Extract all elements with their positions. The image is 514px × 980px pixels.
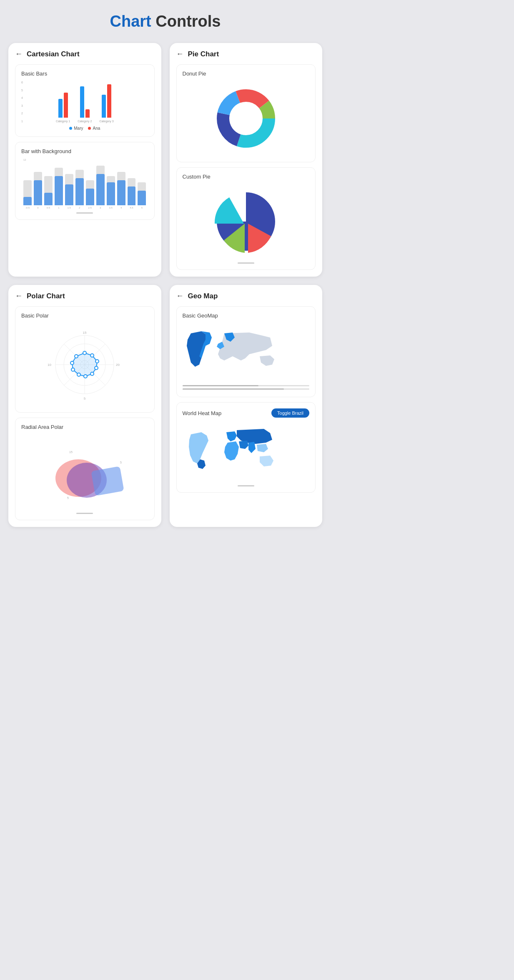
polar-back-arrow[interactable]: ← bbox=[15, 292, 23, 300]
geomap-slider-fill2 bbox=[183, 388, 284, 390]
pie-title: Pie Chart bbox=[188, 50, 219, 58]
svg-text:5: 5 bbox=[67, 496, 69, 499]
svg-point-15 bbox=[71, 368, 75, 371]
legend-mary: Mary bbox=[69, 126, 83, 131]
donut-hole bbox=[230, 103, 262, 134]
cartesian-back-arrow[interactable]: ← bbox=[15, 50, 23, 58]
radial-blue-rect bbox=[91, 466, 124, 496]
world-heat-header: World Heat Map Toggle Brazil bbox=[183, 408, 310, 418]
scroll-indicator-polar bbox=[76, 513, 93, 514]
basic-bars-chart: 654321 Category 1 Ca bbox=[21, 81, 148, 131]
bar-mary-1 bbox=[58, 99, 63, 118]
bar-ana-1 bbox=[64, 93, 68, 118]
scroll-indicator-cartesian bbox=[76, 212, 93, 214]
basic-geomap-title: Basic GeoMap bbox=[183, 312, 310, 319]
bar-background-title: Bar with Background bbox=[21, 148, 148, 154]
bar-label-3: Category 3 bbox=[99, 120, 113, 123]
bg-bar-12 bbox=[138, 191, 146, 205]
polar-title: Polar Chart bbox=[27, 292, 65, 300]
geomap-header: ← Geo Map bbox=[176, 292, 316, 300]
basic-polar-card: Basic Polar bbox=[15, 306, 155, 413]
bar-mary-3 bbox=[102, 95, 106, 118]
bar-ana-3 bbox=[107, 84, 111, 118]
custom-pie-chart bbox=[183, 184, 310, 259]
bg-bar-5 bbox=[65, 184, 73, 205]
world-heatmap-chart bbox=[183, 422, 310, 482]
legend-dot-mary bbox=[69, 127, 72, 130]
svg-point-12 bbox=[90, 372, 94, 375]
bg-front-11 bbox=[128, 186, 136, 205]
polar-panel: ← Polar Chart Basic Polar bbox=[8, 285, 161, 527]
pie-back-arrow[interactable]: ← bbox=[176, 50, 184, 58]
bg-bar-1 bbox=[23, 197, 32, 205]
bg-front-8 bbox=[96, 174, 105, 205]
bg-front-7 bbox=[86, 189, 94, 205]
bg-front-9 bbox=[107, 182, 115, 205]
svg-point-10 bbox=[95, 360, 99, 363]
basic-polar-title: Basic Polar bbox=[21, 312, 148, 319]
custom-pie-svg bbox=[213, 188, 279, 255]
legend-label-mary: Mary bbox=[74, 126, 83, 131]
bar-bg-chart bbox=[21, 159, 148, 205]
radial-area-card: Radial Area Polar 15 5 5 bbox=[15, 418, 155, 520]
geomap-slider-fill1 bbox=[183, 385, 259, 386]
basic-geomap-card: Basic GeoMap bbox=[176, 306, 316, 397]
svg-point-9 bbox=[90, 354, 94, 357]
geomap-back-arrow[interactable]: ← bbox=[176, 292, 184, 300]
geomap-slider-track2 bbox=[183, 388, 310, 390]
bar-group-1: Category 1 bbox=[56, 93, 70, 123]
bg-bar-4 bbox=[55, 176, 63, 205]
world-heatmap-title: World Heat Map bbox=[183, 410, 222, 416]
bar-legend: Mary Ana bbox=[69, 126, 100, 131]
basic-polar-chart: 15 20 5 10 bbox=[21, 323, 148, 406]
cartesian-panel: ← Cartesian Chart Basic Bars 654321 Cate… bbox=[8, 43, 161, 277]
geomap-slider-area bbox=[183, 385, 310, 386]
polar-svg: 15 20 5 10 bbox=[39, 327, 130, 402]
bg-bar-9 bbox=[107, 182, 115, 205]
donut-svg bbox=[213, 85, 279, 152]
scroll-indicator-geomap bbox=[238, 485, 254, 486]
svg-text:15: 15 bbox=[83, 331, 87, 335]
svg-text:20: 20 bbox=[116, 363, 120, 367]
bar-group-3: Category 3 bbox=[99, 84, 113, 123]
custom-seg-teal bbox=[215, 197, 244, 224]
x-axis-labels: -0.5 0 0.5 1 1.5 2 2.5 3 3.5 4 4.5 5 bbox=[21, 207, 148, 209]
polar-header: ← Polar Chart bbox=[15, 292, 155, 300]
world-heatmap-svg bbox=[183, 424, 287, 478]
custom-pie-title: Custom Pie bbox=[183, 174, 310, 180]
bg-front-3 bbox=[44, 193, 53, 205]
radial-area-chart: 15 5 5 bbox=[21, 434, 148, 509]
bg-bar-7 bbox=[86, 189, 94, 205]
donut-pie-card: Donut Pie bbox=[176, 64, 316, 162]
svg-text:5: 5 bbox=[120, 461, 122, 464]
svg-text:5: 5 bbox=[84, 397, 86, 401]
svg-text:10: 10 bbox=[48, 363, 51, 367]
geomap-panel: ← Geo Map Basic GeoMap bbox=[170, 285, 323, 527]
bar-bg-chart-wrap: 12 bbox=[21, 159, 148, 209]
custom-pie-card: Custom Pie bbox=[176, 167, 316, 270]
bg-bar-2 bbox=[34, 180, 42, 205]
basic-geomap-svg bbox=[183, 325, 287, 379]
legend-label-ana: Ana bbox=[93, 126, 100, 131]
toggle-brazil-button[interactable]: Toggle Brazil bbox=[271, 408, 309, 418]
scroll-indicator-pie bbox=[238, 262, 254, 264]
legend-dot-ana bbox=[88, 127, 91, 130]
cartesian-title: Cartesian Chart bbox=[27, 50, 80, 58]
bar-ana-2 bbox=[85, 109, 90, 118]
geomap-slider-track1 bbox=[183, 385, 310, 386]
bg-bar-10 bbox=[117, 180, 125, 205]
bar-chart-area: 654321 Category 1 Ca bbox=[21, 81, 148, 123]
bar-label-2: Category 2 bbox=[78, 120, 92, 123]
y-axis: 654321 bbox=[21, 81, 23, 123]
svg-point-17 bbox=[75, 355, 78, 358]
svg-point-8 bbox=[83, 351, 86, 355]
svg-point-16 bbox=[70, 361, 74, 365]
svg-point-11 bbox=[95, 366, 98, 370]
pie-header: ← Pie Chart bbox=[176, 50, 316, 58]
basic-bars-card: Basic Bars 654321 Category 1 bbox=[15, 64, 155, 137]
basic-geomap-chart bbox=[183, 323, 310, 383]
donut-pie-chart bbox=[183, 81, 310, 156]
bg-front-6 bbox=[75, 178, 84, 205]
bar-group-2: Category 2 bbox=[78, 86, 92, 123]
geomap-slider2-area bbox=[183, 388, 310, 390]
